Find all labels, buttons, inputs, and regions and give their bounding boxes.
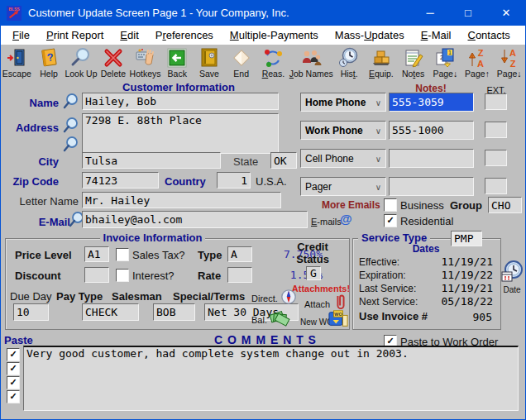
reas-button[interactable]: Reas. (257, 45, 289, 84)
rate-input[interactable] (227, 267, 252, 283)
business-group-checkbox[interactable] (384, 198, 397, 212)
close-button[interactable]: ✕ (487, 1, 525, 26)
cell-phone-input[interactable] (389, 149, 474, 168)
svg-text:A: A (477, 59, 484, 69)
menu-item-preferences[interactable]: Preferences (147, 26, 222, 45)
address-lookup-icon-1[interactable] (63, 117, 79, 136)
emails-at-icon[interactable]: @ (340, 212, 352, 226)
menu-item-mass-updates[interactable]: Mass-Updates (327, 26, 413, 45)
state-label: State (233, 155, 258, 168)
phone-type-select-3[interactable]: Cell Phone (300, 149, 386, 168)
svg-text:WO: WO (334, 312, 342, 317)
tax-type-label: Type (198, 249, 222, 261)
back-button[interactable]: Back (161, 45, 194, 84)
directions-label[interactable]: Direct. (251, 294, 278, 303)
hist-button[interactable]: Hist. (333, 45, 366, 84)
end-button[interactable]: End (225, 45, 257, 84)
new-work-order-icon[interactable]: WO (328, 309, 349, 332)
comment-line-checkbox-4[interactable] (7, 390, 20, 403)
compass-icon[interactable] (280, 289, 297, 308)
name-input[interactable] (82, 93, 279, 110)
save-button[interactable]: Save (194, 45, 226, 84)
phone-type-select-2[interactable]: Work Phone (300, 121, 386, 140)
menu-item-multiple-payments[interactable]: Multiple-Payments (222, 26, 327, 45)
tax-type-input[interactable] (227, 246, 252, 262)
money-icon[interactable] (269, 307, 290, 332)
menu-item-email[interactable]: E-Mail (413, 26, 460, 45)
chevron-down-icon (375, 153, 381, 165)
comment-line-checkbox-1[interactable] (7, 348, 20, 361)
notes-button[interactable]: Notes (397, 45, 429, 84)
last-service-date-row: Last Service:11/19/21 (359, 282, 493, 294)
sales-tax-checkbox[interactable] (116, 248, 129, 261)
menu-item-file[interactable]: File (4, 26, 38, 45)
comment-line-checkbox-3[interactable] (7, 376, 20, 389)
balance-label[interactable]: Bal. (251, 315, 267, 325)
app-window: BLSS Customer Update Screen Page 1 - You… (0, 0, 526, 420)
hotkeys-button[interactable]: Hotkeys (129, 45, 161, 84)
comment-line-checkbox-2[interactable] (7, 362, 20, 375)
letter-name-input[interactable] (82, 192, 281, 208)
interest-checkbox[interactable] (116, 269, 129, 282)
zip-code-input[interactable] (82, 172, 159, 189)
comments-textarea[interactable]: Very good customer, had complete system … (23, 346, 519, 411)
menu-item-print-report[interactable]: Print Report (38, 26, 112, 45)
home-phone-ext-input[interactable] (485, 93, 507, 110)
diamond-icon (231, 46, 252, 69)
delete-button[interactable]: Delete (98, 45, 130, 84)
pay-type-input[interactable] (82, 303, 139, 321)
home-phone-input[interactable] (389, 93, 474, 112)
maximize-button[interactable]: □ (449, 1, 487, 26)
clock-icon (338, 46, 360, 69)
chevron-down-icon (375, 181, 381, 193)
date-clock-icon[interactable] (500, 260, 524, 288)
escape-button[interactable]: Escape (1, 45, 33, 84)
notepad-pencil-icon (403, 46, 424, 69)
page-down-button-1[interactable]: 21 Page↓ (429, 45, 461, 84)
next-service-date-row: Next Service:05/18/22 (359, 295, 493, 308)
due-day-label: Due Day (10, 290, 52, 303)
menu-item-script[interactable]: Script (519, 26, 526, 45)
group-input[interactable] (488, 197, 522, 213)
phone-type-select-4[interactable]: Pager (300, 177, 386, 196)
state-input[interactable] (270, 152, 297, 169)
sort-za-up-icon: ZA (466, 46, 488, 69)
menu-item-edit[interactable]: Edit (112, 26, 146, 45)
minimize-button[interactable]: ─ (411, 1, 449, 26)
job-names-button[interactable]: Job Names (289, 45, 333, 84)
pager-input[interactable] (389, 177, 474, 196)
chevron-down-icon (375, 97, 381, 108)
due-day-input[interactable] (13, 303, 49, 321)
name-lookup-icon[interactable] (63, 93, 79, 112)
pager-ext-input[interactable] (485, 178, 507, 194)
work-phone-ext-input[interactable] (485, 122, 507, 138)
residential-checkbox[interactable] (384, 214, 397, 227)
attach-label[interactable]: Attach (304, 299, 330, 309)
date-icon-label: Date (500, 285, 524, 294)
address-lookup-icon-2[interactable] (63, 136, 79, 155)
svg-text:A: A (509, 48, 516, 58)
chevron-down-icon (375, 125, 381, 136)
address-textarea[interactable]: 7298 E. 88th Place (82, 113, 279, 154)
name-label: Name (16, 97, 59, 109)
discount-input[interactable] (84, 267, 109, 283)
country-input[interactable] (217, 172, 251, 189)
equip-button[interactable]: Equip. (366, 45, 398, 84)
help-button[interactable]: ? Help (33, 45, 65, 84)
safe-icon (198, 46, 220, 69)
phone-type-select-1[interactable]: Home Phone (300, 93, 386, 112)
price-level-input[interactable] (84, 246, 109, 262)
cycle-arrows-icon (262, 46, 284, 69)
emails-label[interactable]: E-mails (311, 217, 342, 227)
menu-item-contacts[interactable]: Contacts (459, 26, 518, 45)
lookup-button[interactable]: Look Up (65, 45, 97, 84)
page-up-button[interactable]: ZA Page↑ (461, 45, 494, 84)
city-input[interactable] (82, 152, 221, 169)
cell-phone-ext-input[interactable] (485, 150, 507, 166)
credit-status-input[interactable] (306, 266, 321, 280)
work-phone-input[interactable] (389, 121, 474, 140)
email-input[interactable] (82, 211, 308, 228)
page-down-button-2[interactable]: AZ Page↓ (493, 45, 525, 84)
more-emails-label[interactable]: More Emails (322, 199, 380, 211)
salesman-input[interactable] (153, 303, 195, 321)
